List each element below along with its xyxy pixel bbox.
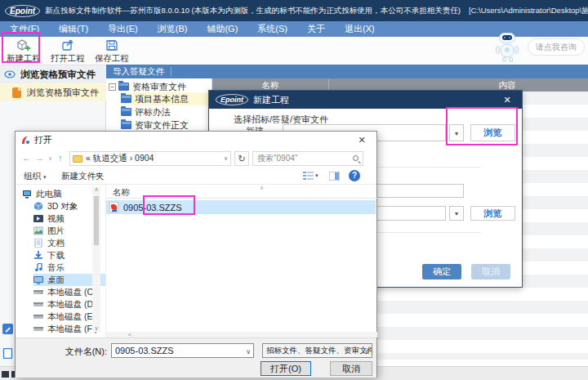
sort-caret-icon: ∧	[260, 185, 264, 191]
cancel-button[interactable]: 取消	[330, 361, 372, 376]
tab-separator	[171, 67, 172, 76]
tree-collapse-icon[interactable]: −	[109, 83, 116, 91]
close-icon[interactable]: ✕	[350, 132, 373, 149]
file-list: 名称 ∧ 0905-03.SZZS <	[105, 185, 376, 338]
open-dialog-app-icon	[20, 135, 30, 145]
file-list-header[interactable]: 名称 ∧	[106, 186, 377, 199]
browse-save-path-button[interactable]: 浏览	[470, 206, 515, 221]
sidebar-item-label: 浏览资格预审文件	[27, 87, 99, 99]
menu-export[interactable]: 导出(E)	[98, 21, 148, 37]
picture-icon	[33, 226, 43, 235]
back-icon[interactable]: ←	[22, 153, 31, 163]
organize-button[interactable]: 组织 ▾	[24, 171, 46, 182]
tree-item-evaluation-method[interactable]: 评标办法	[121, 105, 171, 118]
menu-browse[interactable]: 浏览(B)	[148, 21, 198, 37]
address-box[interactable]: « 轨道交通 › 0904 ∨	[69, 151, 231, 166]
szzs-file-icon	[109, 202, 118, 212]
new-project-button[interactable]: 新建工程	[3, 38, 44, 65]
open-project-button[interactable]: 打开工程	[47, 38, 88, 65]
help-icon[interactable]: ?	[349, 170, 360, 181]
disk-icon	[33, 312, 43, 321]
preview-pane-icon[interactable]	[329, 172, 340, 181]
tree-item-prequalification-body[interactable]: 资审文件正文	[121, 118, 189, 132]
open-dialog-title: 打开	[34, 134, 52, 146]
filename-combobox[interactable]: 0905-03.SZZS ∨	[111, 343, 254, 358]
music-note-icon	[33, 263, 43, 272]
forward-icon[interactable]: →	[35, 153, 44, 163]
cube-icon	[33, 202, 43, 211]
menu-file[interactable]: 文件(F)	[0, 21, 49, 37]
tree-item-project-basic-info[interactable]: 项目基本信息	[121, 92, 212, 105]
save-project-button[interactable]: 保存工程	[91, 38, 132, 65]
new-project-dialog-titlebar: Epoint 新建工程 ✕	[209, 91, 522, 109]
save-path-dropdown-button[interactable]: ▾	[449, 206, 464, 221]
search-icon	[353, 155, 359, 161]
menu-about[interactable]: 关于	[297, 21, 335, 37]
save-project-label: 保存工程	[91, 53, 132, 65]
menu-assist[interactable]: 辅助(G)	[197, 21, 247, 37]
new-project-cube-icon	[3, 38, 44, 52]
sidebar-header[interactable]: 浏览资格预审文件	[0, 65, 106, 83]
app-title: 新点投标文件制作软件—苏州市版8.0.0.10 (本版本为内测版，生成的标书不能…	[45, 6, 461, 16]
document-icon	[33, 239, 43, 248]
open-dialog-footer: 文件名(N): 0905-03.SZZS ∨ 招标文件、答疑文件、资审文件 ∨ …	[16, 338, 376, 378]
chevron-down-icon[interactable]: ∨	[364, 346, 369, 358]
assistant-tip-bubble[interactable]: 请点我咨询	[528, 38, 585, 56]
title-bar: Epoint 新点投标文件制作软件—苏州市版8.0.0.10 (本版本为内测版，…	[0, 0, 588, 21]
filename-label: 文件名(N):	[40, 346, 107, 358]
chevron-down-icon[interactable]: ∨	[246, 346, 251, 359]
new-project-dialog-title: 新建工程	[253, 94, 289, 106]
views-icon[interactable]	[303, 172, 314, 181]
epoint-logo-icon: Epoint	[5, 5, 40, 17]
horizontal-scrollbar[interactable]: <	[106, 332, 377, 338]
sidebar-item-browse-prequalification[interactable]: 浏览资格预审文件	[0, 83, 106, 101]
ok-button[interactable]: 确定	[422, 264, 461, 279]
history-dropdown-icon[interactable]: ∨	[48, 155, 52, 162]
menu-system[interactable]: 系统(S)	[247, 21, 297, 37]
scroll-left-icon[interactable]: <	[128, 332, 131, 338]
folder-icon	[121, 95, 131, 103]
folder-icon	[118, 83, 129, 91]
menu-edit[interactable]: 编辑(T)	[49, 21, 98, 37]
search-text: 搜索"0904"	[257, 154, 297, 163]
views-dropdown-icon[interactable]: ▾	[315, 172, 318, 179]
desktop-icon	[33, 275, 43, 284]
tree-root-qualification-review[interactable]: − 资格审查文件	[109, 80, 186, 93]
scroll-down-icon[interactable]: ∨	[92, 325, 100, 332]
file-path-dropdown-button[interactable]: ▾	[449, 124, 464, 141]
folder-icon	[121, 108, 131, 116]
refresh-icon[interactable]: ↻	[234, 151, 249, 166]
open-project-icon	[47, 38, 88, 52]
opened-file-path: [C:\Users\Administrator\Desktop\施工资审.etb…	[469, 6, 588, 16]
filetype-combobox[interactable]: 招标文件、答疑文件、资审文件 ∨	[262, 343, 372, 358]
epoint-logo-icon: Epoint	[216, 94, 248, 105]
disk-icon	[33, 288, 43, 297]
name-column-header[interactable]: 名称	[113, 187, 130, 199]
new-project-label: 新建工程	[3, 53, 44, 65]
new-folder-button[interactable]: 新建文件夹	[61, 171, 105, 182]
browse-file-button[interactable]: 浏览	[470, 124, 515, 141]
search-input[interactable]: 搜索"0904"	[252, 151, 363, 166]
open-button[interactable]: 打开(O)	[261, 361, 311, 376]
orange-document-icon	[12, 87, 21, 98]
nav-item-this-pc[interactable]: 此电脑	[22, 188, 97, 200]
file-row-selected[interactable]: 0905-03.SZZS	[106, 200, 376, 214]
open-project-label: 打开工程	[47, 53, 88, 65]
disk-icon	[33, 300, 43, 309]
menu-exit[interactable]: 退出(X)	[335, 21, 385, 37]
sidebar-header-label: 浏览资格预审文件	[20, 69, 96, 81]
edit-pencil-icon	[2, 324, 13, 334]
command-bar: 组织 ▾ 新建文件夹 ▾ ?	[16, 168, 376, 185]
open-dialog-body: 此电脑 3D 对象 视频 图片	[16, 185, 376, 338]
scroll-up-icon[interactable]: ∧	[92, 186, 100, 193]
scrollbar-thumb[interactable]	[94, 196, 99, 245]
assistant-robot-mascot[interactable]	[493, 33, 523, 63]
cancel-button[interactable]: 取消	[471, 264, 510, 279]
nav-pane-scrollbar[interactable]: ∧ ∨	[92, 186, 100, 332]
column-divider	[328, 79, 329, 91]
tab-import-qa-file[interactable]: 导入答疑文件	[113, 66, 164, 78]
open-dialog-titlebar: 打开 ✕	[16, 132, 376, 149]
close-icon[interactable]: ✕	[499, 91, 515, 109]
up-icon[interactable]: ↑	[58, 153, 63, 163]
address-dropdown-icon[interactable]: ∨	[224, 155, 228, 162]
